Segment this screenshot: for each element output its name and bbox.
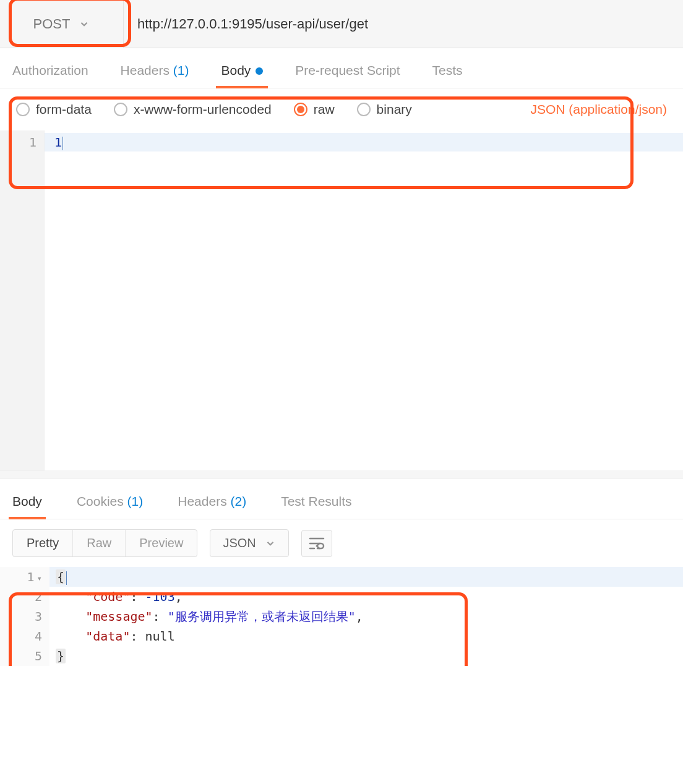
tab-headers[interactable]: Headers (1): [121, 63, 189, 88]
resp-headers-count: (2): [231, 494, 247, 508]
request-body-code[interactable]: 1: [45, 130, 683, 471]
line-number: 1: [0, 133, 44, 151]
chevron-down-icon: [265, 538, 276, 549]
wrap-icon: [309, 537, 325, 550]
view-mode-group: Pretty Raw Preview: [12, 529, 197, 557]
resp-tab-body[interactable]: Body: [12, 494, 42, 519]
radio-icon: [357, 103, 371, 116]
tab-prerequest-script[interactable]: Pre-request Script: [295, 63, 400, 88]
body-type-options: form-data x-www-form-urlencoded raw bina…: [0, 88, 683, 130]
request-url-input[interactable]: http://127.0.0.1:9195/user-api/user/get: [124, 0, 683, 48]
unsaved-dot-icon: [256, 67, 263, 75]
resp-tab-test-results[interactable]: Test Results: [281, 494, 351, 519]
request-bar: POST http://127.0.0.1:9195/user-api/user…: [0, 0, 683, 48]
body-option-raw[interactable]: raw: [294, 102, 335, 117]
line-number: 4: [0, 626, 49, 646]
line-number: 1▾: [0, 567, 49, 587]
line-wrap-button[interactable]: [301, 530, 332, 557]
request-gutter: 1: [0, 130, 45, 471]
line-number: 3: [0, 607, 49, 626]
line-number: 2: [0, 587, 49, 607]
response-body-editor[interactable]: 1▾ 2 3 4 5 { "code": -103, "message": "服…: [0, 567, 683, 666]
response-tabs: Body Cookies (1) Headers (2) Test Result…: [0, 479, 683, 519]
resp-tab-cookies[interactable]: Cookies (1): [77, 494, 143, 519]
radio-icon: [114, 103, 127, 116]
body-option-form-data[interactable]: form-data: [16, 102, 92, 117]
resp-tab-headers[interactable]: Headers (2): [178, 494, 246, 519]
tab-tests[interactable]: Tests: [432, 63, 463, 88]
radio-icon: [16, 103, 30, 116]
text-cursor: [62, 137, 63, 150]
body-option-binary[interactable]: binary: [357, 102, 412, 117]
request-url-text: http://127.0.0.1:9195/user-api/user/get: [137, 16, 368, 32]
tab-authorization[interactable]: Authorization: [12, 63, 88, 88]
radio-selected-icon: [294, 103, 307, 116]
section-divider: [0, 471, 683, 479]
http-method-select[interactable]: POST: [0, 0, 124, 48]
fold-icon[interactable]: ▾: [37, 573, 42, 583]
response-format-label: JSON: [223, 536, 256, 550]
headers-count: (1): [173, 63, 189, 77]
response-format-select[interactable]: JSON: [210, 529, 288, 557]
chevron-down-icon: [79, 19, 90, 30]
response-view-controls: Pretty Raw Preview JSON: [0, 519, 683, 567]
line-number: 5: [0, 646, 49, 666]
request-body-editor[interactable]: 1 1: [0, 130, 683, 471]
content-type-select[interactable]: JSON (application/json): [530, 102, 667, 117]
request-body-content: 1: [54, 135, 62, 150]
request-tabs: Authorization Headers (1) Body Pre-reque…: [0, 48, 683, 88]
body-option-urlencoded[interactable]: x-www-form-urlencoded: [114, 102, 272, 117]
view-raw-button[interactable]: Raw: [73, 530, 126, 556]
view-preview-button[interactable]: Preview: [126, 530, 197, 556]
response-body-code[interactable]: { "code": -103, "message": "服务调用异常，或者未返回…: [49, 567, 683, 666]
tab-body[interactable]: Body: [221, 63, 263, 88]
view-pretty-button[interactable]: Pretty: [13, 530, 73, 556]
cookies-count: (1): [127, 494, 144, 508]
text-cursor: [66, 571, 67, 585]
response-gutter: 1▾ 2 3 4 5: [0, 567, 49, 666]
http-method-label: POST: [33, 16, 71, 32]
